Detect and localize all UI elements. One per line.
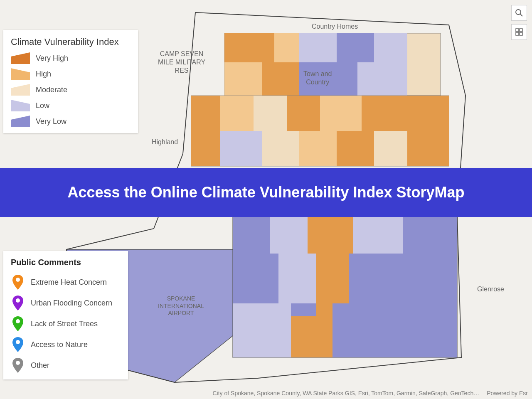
map-pin-icon xyxy=(11,315,25,332)
legend-label: Other xyxy=(31,361,49,370)
svg-rect-31 xyxy=(278,254,316,303)
legend-swatch xyxy=(11,84,30,96)
svg-point-45 xyxy=(16,319,20,323)
legend-label: Lack of Street Trees xyxy=(31,320,98,328)
svg-rect-14 xyxy=(254,96,287,131)
grid-icon xyxy=(515,28,523,36)
map-pin-icon xyxy=(11,295,25,311)
legend-cvi-title: Climate Vulnerability Index xyxy=(11,37,129,47)
attribution-sources: City of Spokane, Spokane County, WA Stat… xyxy=(212,390,479,397)
svg-marker-41 xyxy=(11,100,30,111)
legend-public-comments-panel: Public Comments Extreme Heat ConcernUrba… xyxy=(3,251,128,379)
legend-pc-item: Extreme Heat Concern xyxy=(11,274,119,291)
svg-rect-37 xyxy=(332,303,457,357)
svg-rect-6 xyxy=(374,33,407,62)
legend-label: Very High xyxy=(36,54,68,63)
map-pin-icon xyxy=(11,336,25,353)
banner-text: Access the Online Climate Vulnerability … xyxy=(68,184,465,201)
svg-rect-3 xyxy=(274,33,299,62)
legend-cvi-panel: Climate Vulnerability Index Very HighHig… xyxy=(3,30,138,133)
svg-rect-30 xyxy=(233,254,278,303)
legend-label: Extreme Heat Concern xyxy=(31,278,107,287)
legend-swatch xyxy=(11,116,30,127)
legend-cvi-item: Very Low xyxy=(11,116,129,127)
svg-rect-28 xyxy=(353,216,403,254)
legend-swatch xyxy=(11,100,30,111)
legend-label: Very Low xyxy=(36,117,66,126)
legend-pc-item: Lack of Street Trees xyxy=(11,315,119,332)
legend-swatch xyxy=(11,68,30,80)
legend-pc-item: Other xyxy=(11,357,119,374)
svg-rect-21 xyxy=(299,131,337,166)
svg-point-46 xyxy=(16,340,20,344)
svg-rect-2 xyxy=(224,33,274,62)
svg-rect-18 xyxy=(407,96,449,166)
attribution-bar: City of Spokane, Spokane County, WA Stat… xyxy=(212,390,528,397)
attribution-powered: Powered by Esr xyxy=(487,390,528,397)
svg-rect-23 xyxy=(374,131,407,166)
basemap-button[interactable] xyxy=(511,24,527,40)
legend-cvi-item: Very High xyxy=(11,52,129,64)
legend-cvi-item: High xyxy=(11,68,129,80)
legend-pc-title: Public Comments xyxy=(11,258,119,267)
svg-rect-9 xyxy=(299,62,357,96)
search-button[interactable] xyxy=(511,5,527,21)
legend-label: Moderate xyxy=(36,86,67,94)
search-icon xyxy=(515,9,523,17)
svg-rect-52 xyxy=(516,32,519,35)
svg-marker-42 xyxy=(11,116,30,127)
svg-rect-25 xyxy=(233,216,270,254)
svg-marker-40 xyxy=(11,84,30,96)
svg-rect-50 xyxy=(516,29,519,32)
legend-pc-item: Access to Nature xyxy=(11,336,119,353)
svg-line-49 xyxy=(520,14,522,16)
svg-rect-26 xyxy=(270,216,308,254)
svg-rect-4 xyxy=(299,33,337,62)
legend-label: Access to Nature xyxy=(31,340,88,349)
svg-point-43 xyxy=(16,278,20,282)
svg-rect-8 xyxy=(262,62,299,96)
legend-label: Low xyxy=(36,101,49,110)
map-pin-icon xyxy=(11,274,25,291)
legend-pc-item: Urban Flooding Concern xyxy=(11,295,119,311)
legend-label: Urban Flooding Concern xyxy=(31,299,112,308)
svg-marker-39 xyxy=(11,68,30,80)
svg-rect-5 xyxy=(337,33,374,62)
svg-rect-12 xyxy=(191,96,220,166)
svg-rect-10 xyxy=(357,62,407,96)
svg-rect-33 xyxy=(349,254,387,303)
svg-rect-7 xyxy=(224,62,262,96)
svg-point-44 xyxy=(16,298,20,303)
svg-rect-15 xyxy=(287,96,320,131)
svg-rect-29 xyxy=(403,216,457,274)
legend-label: High xyxy=(36,70,51,79)
svg-rect-35 xyxy=(233,303,291,357)
legend-cvi-item: Moderate xyxy=(11,84,129,96)
svg-rect-36 xyxy=(291,316,332,357)
svg-rect-13 xyxy=(220,96,254,131)
svg-point-47 xyxy=(16,361,20,365)
svg-rect-22 xyxy=(337,131,374,166)
svg-rect-20 xyxy=(262,131,299,166)
svg-rect-19 xyxy=(220,131,262,166)
svg-rect-17 xyxy=(362,96,407,131)
svg-rect-16 xyxy=(320,96,362,131)
svg-point-48 xyxy=(516,10,521,15)
map-pin-icon xyxy=(11,357,25,374)
storymap-banner[interactable]: Access the Online Climate Vulnerability … xyxy=(0,168,532,217)
svg-marker-38 xyxy=(11,52,30,64)
legend-cvi-item: Low xyxy=(11,100,129,111)
svg-rect-51 xyxy=(520,29,522,32)
svg-rect-53 xyxy=(520,32,522,35)
legend-swatch xyxy=(11,52,30,64)
